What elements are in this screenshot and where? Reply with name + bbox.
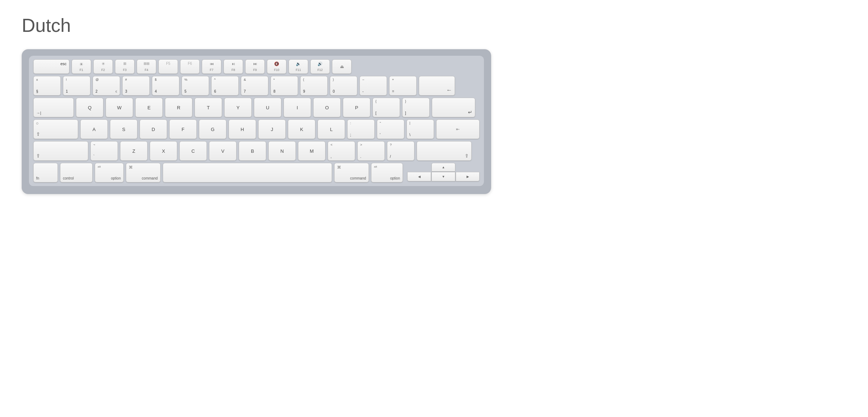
qwerty-row: →| Q W E R T Y U I — [33, 98, 480, 117]
page-title: Dutch — [22, 14, 71, 36]
key-z[interactable]: Z — [120, 141, 148, 161]
fn-row: esc ☀ F1 ✳ F2 ⊞ F3 ⊞⊞ F4 F5 F6 — [33, 59, 480, 74]
key-return-2[interactable]: ⇤ — [436, 119, 480, 139]
key-s[interactable]: S — [110, 119, 137, 139]
key-6[interactable]: ^ 6 — [211, 76, 239, 96]
key-f2[interactable]: ✳ F2 — [93, 59, 113, 74]
key-u[interactable]: U — [254, 98, 281, 117]
key-f7[interactable]: ⏮ F7 — [202, 59, 221, 74]
key-quote[interactable]: " ' — [377, 119, 404, 139]
key-return[interactable]: ↵ — [432, 98, 475, 117]
key-rbracket[interactable]: } ] — [402, 98, 430, 117]
key-f5[interactable]: F5 — [158, 59, 178, 74]
key-t[interactable]: T — [195, 98, 222, 117]
key-lbracket[interactable]: { [ — [373, 98, 400, 117]
key-comma[interactable]: < , — [328, 141, 355, 161]
key-l[interactable]: L — [318, 119, 345, 139]
zxcv-row: ⇧ ~ ` Z X C V B N — [33, 141, 480, 161]
key-caps-lock[interactable]: ⇧ — [33, 119, 78, 139]
asdf-row: ⇧ A S D F G H J K — [33, 119, 480, 139]
key-f1[interactable]: ☀ F1 — [72, 59, 91, 74]
key-i[interactable]: I — [284, 98, 311, 117]
key-0[interactable]: ) 0 — [330, 76, 357, 96]
key-4[interactable]: $ 4 — [152, 76, 179, 96]
key-alt-right[interactable]: alt option — [371, 163, 403, 182]
key-f8[interactable]: ⏯ F8 — [224, 59, 243, 74]
key-backslash[interactable]: | \ — [407, 119, 434, 139]
key-1[interactable]: ! 1 — [63, 76, 90, 96]
arrow-keys: ▲ ◀ ▼ ▶ — [407, 163, 480, 182]
key-3[interactable]: # 3 — [122, 76, 150, 96]
key-period[interactable]: > . — [357, 141, 385, 161]
key-command-left[interactable]: ⌘ command — [126, 163, 161, 182]
key-backspace[interactable]: ← — [419, 76, 455, 96]
key-m[interactable]: M — [298, 141, 326, 161]
key-d[interactable]: D — [140, 119, 167, 139]
key-eject[interactable]: ⏏ — [332, 59, 352, 74]
key-v[interactable]: V — [209, 141, 237, 161]
key-y[interactable]: Y — [224, 98, 252, 117]
key-h[interactable]: H — [229, 119, 256, 139]
modifier-row: fn control alt option ⌘ command ⌘ comman… — [33, 163, 480, 182]
key-f[interactable]: F — [169, 119, 197, 139]
key-b[interactable]: B — [239, 141, 266, 161]
key-space[interactable] — [163, 163, 332, 182]
key-backtick[interactable]: ~ ` — [90, 141, 118, 161]
key-o[interactable]: O — [313, 98, 341, 117]
key-alt-left[interactable]: alt option — [95, 163, 124, 182]
key-g[interactable]: G — [199, 119, 226, 139]
key-section[interactable]: ± § — [33, 76, 61, 96]
key-arrow-up[interactable]: ▲ — [431, 163, 455, 172]
key-c[interactable]: C — [179, 141, 207, 161]
key-n[interactable]: N — [268, 141, 296, 161]
key-k[interactable]: K — [288, 119, 315, 139]
key-r[interactable]: R — [165, 98, 192, 117]
key-f3[interactable]: ⊞ F3 — [115, 59, 135, 74]
key-j[interactable]: J — [258, 119, 286, 139]
key-arrow-down[interactable]: ▼ — [431, 172, 455, 181]
key-semicolon[interactable]: : ; — [347, 119, 375, 139]
key-f11[interactable]: 🔉 F11 — [289, 59, 308, 74]
key-f12[interactable]: 🔊 F12 — [310, 59, 330, 74]
key-9[interactable]: ( 9 — [300, 76, 328, 96]
key-arrow-left[interactable]: ◀ — [407, 172, 431, 181]
key-8[interactable]: * 8 — [271, 76, 298, 96]
key-equals[interactable]: + = — [389, 76, 417, 96]
key-7[interactable]: & 7 — [241, 76, 268, 96]
key-shift-left[interactable]: ⇧ — [33, 141, 88, 161]
key-f9[interactable]: ⏭ F9 — [245, 59, 265, 74]
key-slash[interactable]: ? / — [387, 141, 414, 161]
key-f6[interactable]: F6 — [180, 59, 200, 74]
key-arrow-right[interactable]: ▶ — [456, 172, 480, 181]
key-command-right[interactable]: ⌘ command — [334, 163, 369, 182]
key-2[interactable]: @ 2 € — [93, 76, 120, 96]
key-f4[interactable]: ⊞⊞ F4 — [137, 59, 156, 74]
key-a[interactable]: A — [80, 119, 108, 139]
key-f10[interactable]: 🔇 F10 — [267, 59, 286, 74]
key-tab[interactable]: →| — [33, 98, 74, 117]
key-minus[interactable]: – - — [359, 76, 387, 96]
key-p[interactable]: P — [343, 98, 370, 117]
key-control[interactable]: control — [60, 163, 93, 182]
keyboard: esc ☀ F1 ✳ F2 ⊞ F3 ⊞⊞ F4 F5 F6 — [22, 49, 491, 194]
key-5[interactable]: % 5 — [182, 76, 209, 96]
key-e[interactable]: E — [135, 98, 163, 117]
key-fn[interactable]: fn — [33, 163, 58, 182]
num-row: ± § ! 1 @ 2 € # 3 $ 4 — [33, 76, 480, 96]
key-esc[interactable]: esc — [33, 59, 69, 74]
key-x[interactable]: X — [150, 141, 177, 161]
key-w[interactable]: W — [106, 98, 133, 117]
key-shift-right[interactable]: ⇧ — [417, 141, 472, 161]
key-q[interactable]: Q — [76, 98, 103, 117]
